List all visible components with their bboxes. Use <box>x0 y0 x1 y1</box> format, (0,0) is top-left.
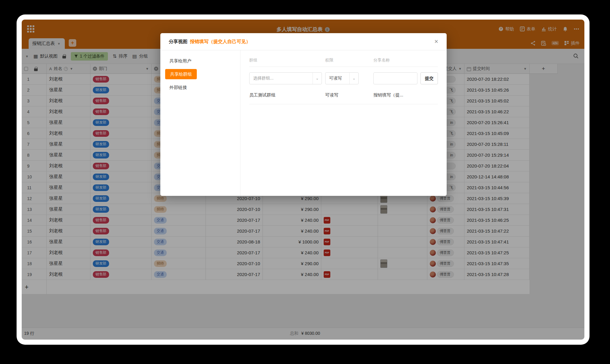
share-perm: 可读写 <box>325 92 373 98</box>
share-list-item: 员工测试群组 可读写 报销填写（提... <box>249 84 438 104</box>
perm-select[interactable]: 可读写 ⌄ <box>325 72 359 84</box>
share-name-input[interactable] <box>373 72 417 84</box>
share-form: 选择群组... ⌄ 可读写 ⌄ 提交 <box>249 72 438 84</box>
menu-share-to-users[interactable]: 共享给用户 <box>165 56 235 66</box>
close-icon[interactable]: × <box>434 38 438 46</box>
chevron-down-icon: ⌄ <box>349 73 358 84</box>
dialog-content: 群组 权限 分享名称 选择群组... ⌄ 可读写 ⌄ 提交 <box>241 50 447 196</box>
app-window: 多人填写自动汇总表 i ? 帮助 表单 统计 <box>17 14 590 345</box>
group-select-placeholder: 选择群组... <box>250 76 313 81</box>
dialog-view-name: 报销填写（提交人自己可见） <box>190 39 251 45</box>
perm-label: 权限 <box>325 58 373 63</box>
group-select[interactable]: 选择群组... ⌄ <box>249 72 322 84</box>
share-form-labels: 群组 权限 分享名称 <box>249 58 438 67</box>
share-name-label: 分享名称 <box>373 58 390 63</box>
share-view-dialog: 分享视图 报销填写（提交人自己可见） × 共享给用户 共享给群组 外部链接 群组… <box>160 33 447 196</box>
app-surface: 多人填写自动汇总表 i ? 帮助 表单 统计 <box>22 20 584 340</box>
group-label: 群组 <box>249 58 325 63</box>
dialog-menu: 共享给用户 共享给群组 外部链接 <box>160 50 241 196</box>
dialog-header: 分享视图 报销填写（提交人自己可见） × <box>160 33 447 50</box>
submit-button[interactable]: 提交 <box>420 72 438 84</box>
chevron-down-icon: ⌄ <box>313 73 322 84</box>
share-group: 员工测试群组 <box>249 92 325 98</box>
share-name: 报销填写（提... <box>373 92 403 98</box>
dialog-title: 分享视图 <box>169 39 187 45</box>
perm-select-value: 可读写 <box>325 76 349 81</box>
menu-external-links[interactable]: 外部链接 <box>165 82 235 93</box>
menu-share-to-groups[interactable]: 共享给群组 <box>165 69 197 79</box>
